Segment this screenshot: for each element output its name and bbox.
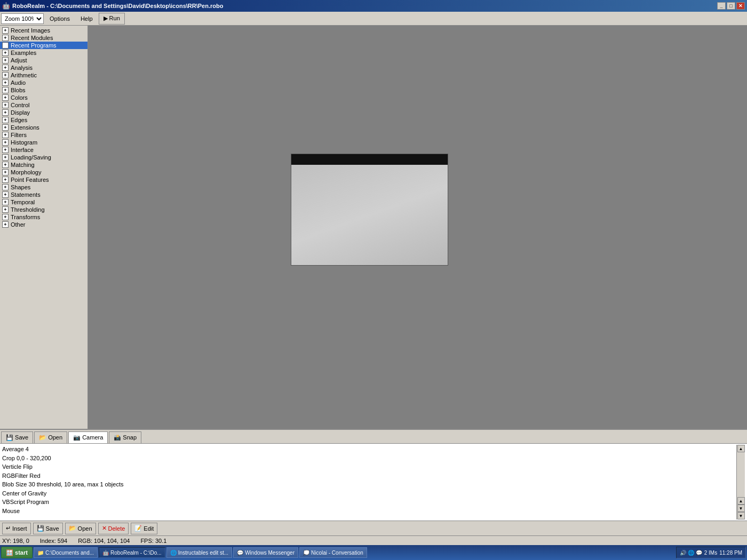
expand-icon: + xyxy=(2,87,9,93)
scroll-up-small[interactable]: ▲ xyxy=(737,497,745,505)
titlebar-title: 🤖 RoboRealm - C:\Documents and Settings\… xyxy=(2,2,223,10)
expand-icon: + xyxy=(2,79,9,86)
script-line[interactable]: RGBFilter Red xyxy=(2,471,736,481)
scroll-up-arrow[interactable]: ▲ xyxy=(737,445,745,452)
open-tab[interactable]: 📂 Open xyxy=(34,431,67,443)
script-line[interactable]: Mouse xyxy=(2,507,736,516)
sidebar-item-thresholding[interactable]: +Thresholding xyxy=(0,206,88,213)
sidebar-item-label: Statements xyxy=(11,191,41,198)
save-button[interactable]: 💾 Save xyxy=(33,523,63,534)
sidebar-item-analysis[interactable]: +Analysis xyxy=(0,64,88,71)
script-list: Average 4Crop 0,0 - 320,200Verticle Flip… xyxy=(2,445,736,519)
expand-icon: + xyxy=(2,184,9,190)
insert-button[interactable]: ↵ Insert xyxy=(2,523,31,534)
sidebar-item-label: Thresholding xyxy=(11,206,45,213)
expand-icon: + xyxy=(2,147,9,153)
taskbar-item-0[interactable]: 📁 C:\Documents and... xyxy=(34,547,98,558)
sidebar-item-loading/saving[interactable]: +Loading/Saving xyxy=(0,154,88,161)
status-index: Index: 594 xyxy=(40,538,67,544)
script-line[interactable]: Crop 0,0 - 320,200 xyxy=(2,454,736,463)
web-icon: 🌐 xyxy=(170,550,177,556)
sidebar-item-recent-images[interactable]: +Recent Images xyxy=(0,27,88,34)
taskbar-item-4[interactable]: 💭 Nicolai - Conversation xyxy=(299,547,367,558)
script-scrollbar[interactable]: ▲ ▲ ▼ ▼ xyxy=(736,445,745,519)
maximize-button[interactable]: □ xyxy=(727,2,735,10)
sidebar-item-interface[interactable]: +Interface xyxy=(0,146,88,154)
sidebar-item-recent-programs[interactable]: +Recent Programs xyxy=(0,42,88,49)
sidebar-item-label: Blobs xyxy=(11,87,26,93)
taskbar-item-2[interactable]: 🌐 Instructables edit st... xyxy=(166,547,233,558)
sidebar-item-edges[interactable]: +Edges xyxy=(0,116,88,124)
sidebar-item-temporal[interactable]: +Temporal xyxy=(0,198,88,206)
expand-icon: + xyxy=(2,35,9,41)
sidebar-item-shapes[interactable]: +Shapes xyxy=(0,183,88,191)
scroll-down-arrow[interactable]: ▼ xyxy=(737,512,745,519)
sidebar-item-label: Audio xyxy=(11,79,26,86)
sidebar-item-statements[interactable]: +Statements xyxy=(0,191,88,198)
image-preview-top xyxy=(291,154,448,165)
robo-icon: 🤖 xyxy=(102,550,109,556)
close-button[interactable]: ✕ xyxy=(736,2,745,10)
camera-tab[interactable]: 📷 Camera xyxy=(68,431,108,443)
content-area[interactable] xyxy=(88,26,747,429)
sidebar-item-display[interactable]: +Display xyxy=(0,109,88,116)
status-rgb: RGB: 104, 104, 104 xyxy=(78,538,130,544)
sidebar-item-label: Loading/Saving xyxy=(11,154,51,161)
sidebar-item-blobs[interactable]: +Blobs xyxy=(0,86,88,94)
chat-icon: 💭 xyxy=(303,550,309,556)
systray-im: 2 IMs xyxy=(704,550,717,556)
sidebar-item-morphology[interactable]: +Morphology xyxy=(0,169,88,176)
edit-button[interactable]: 📝 Edit xyxy=(131,523,157,534)
sidebar-item-transforms[interactable]: +Transforms xyxy=(0,213,88,221)
sidebar-item-label: Filters xyxy=(11,132,27,138)
sidebar: +Recent Images+Recent Modules+Recent Pro… xyxy=(0,26,88,429)
script-line[interactable]: Verticle Flip xyxy=(2,462,736,471)
expand-icon: + xyxy=(2,42,9,49)
sidebar-item-audio[interactable]: +Audio xyxy=(0,79,88,86)
sidebar-item-histogram[interactable]: +Histogram xyxy=(0,139,88,146)
script-line[interactable]: Center of Gravity xyxy=(2,489,736,498)
taskbar-item-3[interactable]: 💬 Windows Messenger xyxy=(233,547,298,558)
sidebar-item-examples[interactable]: +Examples xyxy=(0,49,88,57)
delete-button[interactable]: ✕ Delete xyxy=(98,523,129,534)
bottom-section: 💾 Save 📂 Open 📷 Camera 📸 Snap Average 4C… xyxy=(0,429,747,535)
sidebar-item-label: Transforms xyxy=(11,214,40,220)
sidebar-item-arithmetic[interactable]: +Arithmetic xyxy=(0,71,88,79)
image-preview xyxy=(291,154,448,266)
help-menu[interactable]: Help xyxy=(76,13,98,25)
sidebar-item-extensions[interactable]: +Extensions xyxy=(0,124,88,131)
sidebar-item-label: Morphology xyxy=(11,169,41,175)
expand-icon: + xyxy=(2,27,9,34)
sidebar-item-label: Point Features xyxy=(11,177,49,183)
snap-tab[interactable]: 📸 Snap xyxy=(109,431,141,443)
sidebar-item-other[interactable]: +Other xyxy=(0,221,88,228)
sidebar-item-filters[interactable]: +Filters xyxy=(0,131,88,139)
script-line[interactable]: Average 4 xyxy=(2,445,736,454)
sidebar-item-control[interactable]: +Control xyxy=(0,101,88,109)
script-line[interactable]: VBScript Program xyxy=(2,498,736,507)
scroll-down-small[interactable]: ▼ xyxy=(737,505,745,512)
run-button[interactable]: ▶ Run xyxy=(99,13,125,25)
sidebar-item-adjust[interactable]: +Adjust xyxy=(0,57,88,64)
sidebar-item-colors[interactable]: +Colors xyxy=(0,94,88,101)
sidebar-item-recent-modules[interactable]: +Recent Modules xyxy=(0,34,88,42)
status-xy: XY: 198, 0 xyxy=(2,538,29,544)
options-menu[interactable]: Options xyxy=(45,13,75,25)
expand-icon: + xyxy=(2,109,9,116)
save-tab[interactable]: 💾 Save xyxy=(1,431,33,443)
save-icon: 💾 xyxy=(37,525,44,532)
script-line[interactable]: Blob Size 30 threshold, 10 area, max 1 o… xyxy=(2,480,736,489)
sidebar-item-label: Shapes xyxy=(11,184,30,190)
expand-icon: + xyxy=(2,206,9,213)
minimize-button[interactable]: _ xyxy=(717,2,726,10)
sidebar-item-label: Recent Modules xyxy=(11,35,53,41)
sidebar-item-matching[interactable]: +Matching xyxy=(0,161,88,169)
open-button[interactable]: 📂 Open xyxy=(65,523,96,534)
expand-icon: + xyxy=(2,177,9,183)
expand-icon: + xyxy=(2,199,9,205)
sidebar-item-point-features[interactable]: +Point Features xyxy=(0,176,88,183)
start-button[interactable]: 🪟 start xyxy=(1,547,33,558)
taskbar-item-1[interactable]: 🤖 RoboRealm - C:\Do... xyxy=(99,547,165,558)
systray: 🔊 🌐 💬 2 IMs 11:28 PM xyxy=(676,547,746,558)
zoom-select[interactable]: Zoom 100% Zoom 50% Zoom 150% Zoom 200% xyxy=(1,13,44,24)
